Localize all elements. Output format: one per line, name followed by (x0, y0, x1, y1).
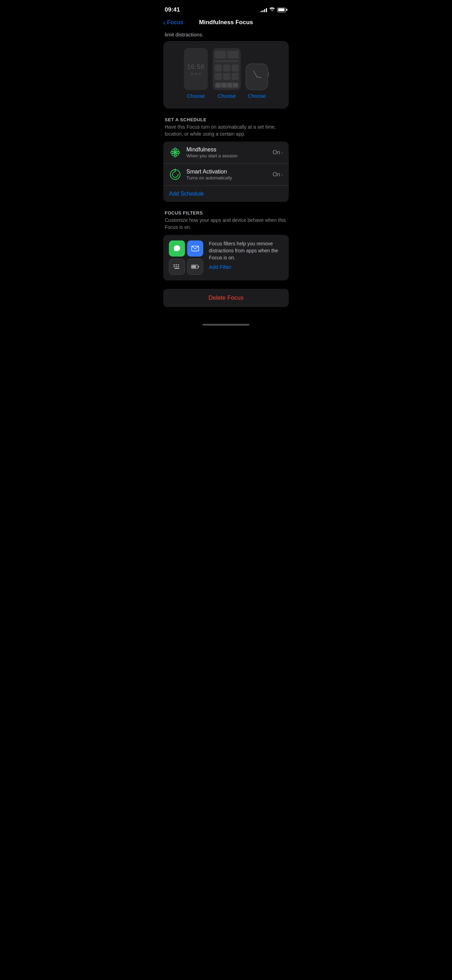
add-schedule-row[interactable]: Add Schedule (163, 186, 289, 202)
watch-minute-hand (253, 70, 257, 77)
watch-crown-icon (268, 72, 269, 77)
mindfulness-schedule-row[interactable]: Mindfulness When you start a session On … (163, 142, 289, 164)
svg-rect-15 (178, 266, 179, 267)
mindfulness-chevron-icon: › (282, 150, 283, 155)
power-arc (170, 170, 180, 179)
status-bar: 09:41 (158, 0, 294, 18)
svg-rect-18 (192, 266, 196, 268)
app-icon-3 (232, 65, 239, 72)
homescreen-preview: Choose (213, 48, 241, 99)
smart-activation-text: Smart Activation Turns on automatically (186, 169, 268, 180)
keyboard-app-icon (169, 259, 185, 275)
lockscreen-preview: 16:58 Choose (184, 48, 208, 99)
widget-small-1 (215, 51, 226, 59)
device-previews: 16:58 Choose (169, 48, 283, 99)
watch-center-dot (256, 76, 258, 78)
back-chevron-icon: ‹ (163, 19, 166, 26)
mindfulness-title: Mindfulness (186, 146, 268, 153)
signal-bars-icon (261, 8, 267, 12)
app-icon-4 (215, 73, 222, 80)
lockscreen-time: 16:58 (187, 64, 205, 71)
smart-activation-status-text: On (272, 172, 280, 178)
mindfulness-status: On › (272, 149, 283, 156)
smart-activation-title: Smart Activation (186, 169, 268, 175)
nav-bar: ‹ Focus Mindfulness Focus (158, 18, 294, 29)
app-grid (215, 65, 239, 80)
homescreen-phone-image (213, 48, 241, 90)
schedule-section-desc: Have this Focus turn on automatically at… (163, 124, 289, 137)
filter-apps-grid (169, 240, 203, 275)
dock-icon-3 (228, 83, 232, 87)
app-icon-1 (215, 65, 222, 72)
widget-row-top (215, 51, 239, 59)
svg-rect-19 (198, 266, 199, 268)
mindfulness-text: Mindfulness When you start a session (186, 146, 268, 158)
power-icon (170, 169, 180, 180)
back-button[interactable]: ‹ Focus (163, 19, 183, 26)
dock-icon-4 (233, 83, 238, 87)
focus-filters-desc: Customize how your apps and device behav… (163, 217, 289, 231)
focus-filters-card: Focus filters help you remove distractio… (163, 235, 289, 280)
focus-filters-header: FOCUS FILTERS (163, 210, 289, 216)
battery-icon (277, 8, 287, 12)
smart-activation-chevron-icon: › (282, 172, 283, 177)
lockscreen-choose-button[interactable]: Choose (187, 93, 205, 99)
delete-section: Delete Focus (158, 289, 294, 321)
messages-app-icon (169, 240, 185, 256)
customization-card: 16:58 Choose (163, 41, 289, 109)
widget-small-2 (228, 51, 239, 59)
watch-image (246, 64, 268, 90)
app-icon-6 (232, 73, 239, 80)
smart-activation-subtitle: Turns on automatically (186, 175, 268, 180)
smart-activation-status: On › (272, 172, 283, 178)
svg-rect-14 (175, 266, 177, 267)
dock-icon-1 (215, 83, 220, 87)
svg-rect-13 (173, 266, 175, 267)
filters-text-area: Focus filters help you remove distractio… (209, 240, 283, 270)
status-icons (261, 7, 287, 13)
svg-rect-10 (173, 264, 175, 265)
app-icon-5 (223, 73, 230, 80)
svg-rect-12 (178, 264, 179, 265)
mindfulness-status-text: On (272, 149, 280, 156)
battery-filter-icon (187, 259, 203, 275)
home-indicator (158, 321, 294, 328)
status-time: 09:41 (165, 6, 180, 13)
mindfulness-subtitle: When you start a session (186, 153, 268, 158)
wifi-icon (269, 7, 275, 13)
smart-activation-icon (169, 168, 181, 181)
lockscreen-dots (191, 73, 201, 75)
schedule-list-card: Mindfulness When you start a session On … (163, 142, 289, 202)
delete-focus-card[interactable]: Delete Focus (163, 289, 289, 307)
homescreen-choose-button[interactable]: Choose (218, 93, 236, 99)
page-title: Mindfulness Focus (199, 19, 253, 26)
delete-focus-button[interactable]: Delete Focus (208, 294, 244, 301)
filters-description: Focus filters help you remove distractio… (209, 240, 283, 261)
svg-rect-11 (175, 264, 177, 265)
app-icon-2 (223, 65, 230, 72)
lockscreen-phone-image: 16:58 (184, 48, 208, 90)
mindfulness-icon (169, 146, 181, 159)
filters-content: Focus filters help you remove distractio… (169, 240, 283, 275)
page-subtitle: limit distractions. (158, 29, 294, 41)
dock-row (215, 83, 239, 88)
widget-wide (215, 60, 239, 62)
add-filter-button[interactable]: Add Filter (209, 264, 231, 270)
mail-app-icon (187, 240, 203, 256)
schedule-section: SET A SCHEDULE Have this Focus turn on a… (158, 117, 294, 210)
watch-choose-button[interactable]: Choose (248, 93, 266, 99)
smart-activation-row[interactable]: Smart Activation Turns on automatically … (163, 164, 289, 186)
home-indicator-bar (202, 324, 250, 326)
add-schedule-button[interactable]: Add Schedule (169, 191, 204, 197)
back-label: Focus (167, 19, 183, 26)
watch-hour-hand (257, 76, 262, 78)
dock-icon-2 (221, 83, 226, 87)
svg-rect-16 (175, 268, 180, 269)
watch-preview: Choose (246, 64, 268, 99)
watch-face (248, 67, 265, 87)
focus-filters-section: FOCUS FILTERS Customize how your apps an… (158, 210, 294, 289)
schedule-section-header: SET A SCHEDULE (163, 117, 289, 123)
